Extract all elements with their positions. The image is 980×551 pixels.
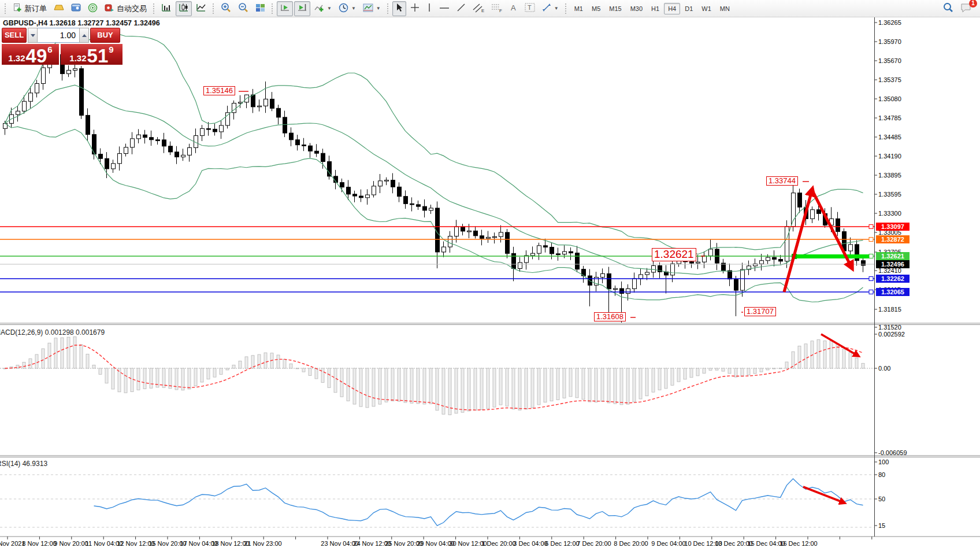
indicators-button[interactable]: ▼: [311, 1, 335, 16]
notifications-button[interactable]: 1: [957, 1, 974, 16]
macd-histogram-bar: [690, 368, 693, 378]
vertical-line-tool-button[interactable]: [424, 1, 435, 16]
arrows-icon: [542, 3, 551, 14]
buy-price-small: 1.32: [69, 54, 86, 62]
clock-icon: [339, 3, 348, 14]
line-chart-mode-button[interactable]: [193, 1, 209, 16]
volume-decrease-button[interactable]: [28, 28, 38, 43]
candle-body: [270, 99, 274, 108]
macd-histogram-bar: [423, 368, 426, 404]
candle-body: [645, 272, 649, 275]
toolbar-grip[interactable]: [4, 3, 7, 14]
candle-body: [67, 71, 71, 74]
market-window-button[interactable]: [68, 1, 84, 16]
candle-body: [124, 147, 128, 154]
fibonacci-tool-button[interactable]: F: [488, 1, 506, 16]
equidistant-channel-tool-button[interactable]: E: [470, 1, 487, 16]
macd-histogram-bar: [728, 368, 731, 374]
candle-body: [474, 231, 478, 235]
macd-histogram-bar: [614, 368, 617, 404]
macd-histogram-bar: [391, 368, 394, 401]
trendline-tool-button[interactable]: [454, 1, 469, 16]
price-axis-label: 1.34785: [878, 114, 901, 121]
new-order-button[interactable]: 新订单: [10, 1, 50, 16]
cursor-tool-button[interactable]: [392, 1, 406, 16]
candle-body: [448, 236, 452, 247]
tf-button-M5[interactable]: M5: [588, 3, 604, 14]
candle-body: [518, 262, 522, 268]
macd-histogram-bar: [99, 368, 102, 374]
zoom-in-button[interactable]: [218, 1, 234, 16]
toolbar-grip[interactable]: [271, 3, 274, 14]
macd-histogram-bar: [842, 349, 845, 368]
macd-histogram-bar: [639, 368, 642, 399]
buy-price-display[interactable]: 1.32 51 9: [61, 44, 122, 65]
macd-histogram-bar: [398, 368, 400, 401]
chart-shift-button[interactable]: [294, 1, 310, 16]
arrows-tool-button[interactable]: ▼: [539, 1, 562, 16]
sell-button[interactable]: SELL: [2, 28, 27, 43]
chart-ohlc-title: GBPUSD-,H4 1.32618 1.32727 1.32457 1.324…: [3, 19, 160, 27]
candlestick-mode-button[interactable]: [176, 1, 192, 16]
toolbar-grip[interactable]: [387, 3, 389, 14]
tile-windows-button[interactable]: [253, 1, 268, 16]
history-center-button[interactable]: [51, 1, 67, 16]
buy-button[interactable]: BUY: [90, 28, 120, 43]
zoom-out-button[interactable]: [235, 1, 251, 16]
candle-body: [251, 95, 255, 107]
time-axis-label: 6 Dec 12:00: [545, 540, 579, 547]
tf-button-M1[interactable]: M1: [570, 3, 587, 14]
macd-histogram-bar: [626, 368, 629, 404]
chart-canvas[interactable]: [0, 17, 980, 551]
zoom-in-icon: [221, 2, 231, 14]
sell-price-display[interactable]: 1.32 49 6: [2, 44, 59, 65]
vertical-line-icon: [426, 3, 432, 14]
candle-body: [23, 101, 27, 111]
macd-histogram-bar: [42, 349, 44, 368]
candle-body: [137, 135, 141, 139]
volume-input[interactable]: 1.00: [38, 28, 79, 43]
candle-body: [35, 83, 39, 93]
candle-body: [289, 133, 294, 140]
bar-chart-mode-button[interactable]: [158, 1, 175, 16]
macd-histogram-bar: [582, 368, 585, 400]
macd-histogram-bar: [595, 368, 597, 402]
template-button[interactable]: ▼: [360, 1, 384, 16]
candle-body: [283, 117, 287, 133]
sonar-button[interactable]: [85, 1, 101, 16]
tf-button-D1[interactable]: D1: [681, 3, 697, 14]
volume-increase-button[interactable]: [79, 28, 89, 43]
tf-button-H4[interactable]: H4: [664, 3, 680, 14]
macd-histogram-bar: [741, 368, 744, 376]
tf-button-MN[interactable]: MN: [716, 3, 734, 14]
horizontal-line-tool-button[interactable]: [436, 1, 452, 16]
macd-histogram-bar: [232, 365, 235, 368]
candle-body: [328, 161, 332, 176]
toolbar-grip[interactable]: [212, 3, 215, 14]
macd-axis-label: -0.006059: [878, 449, 907, 456]
macd-histogram-bar: [321, 368, 324, 382]
text-tool-button[interactable]: A: [507, 1, 521, 16]
tf-button-W1[interactable]: W1: [697, 3, 715, 14]
auto-scroll-button[interactable]: [277, 1, 293, 16]
candle-body: [563, 252, 567, 254]
tf-button-M15[interactable]: M15: [605, 3, 625, 14]
text-label-tool-button[interactable]: T: [522, 1, 538, 16]
auto-trading-button[interactable]: 自动交易: [102, 1, 150, 16]
toolbar-grip[interactable]: [153, 3, 155, 14]
toolbar-grip[interactable]: [565, 3, 567, 14]
period-clock-button[interactable]: ▼: [336, 1, 359, 16]
candle-body: [633, 279, 637, 289]
tf-button-M30[interactable]: M30: [626, 3, 647, 14]
macd-histogram-bar: [658, 368, 661, 390]
macd-histogram-bar: [556, 368, 559, 400]
tf-button-H1[interactable]: H1: [647, 3, 663, 14]
macd-histogram-bar: [671, 368, 674, 385]
candle-body: [201, 128, 205, 135]
search-button[interactable]: [940, 1, 956, 16]
macd-histogram-bar: [785, 362, 788, 368]
rsi-axis-label: 50: [878, 495, 885, 502]
macd-histogram-bar: [709, 368, 712, 370]
candle-body: [347, 187, 351, 194]
crosshair-tool-button[interactable]: [407, 1, 422, 16]
